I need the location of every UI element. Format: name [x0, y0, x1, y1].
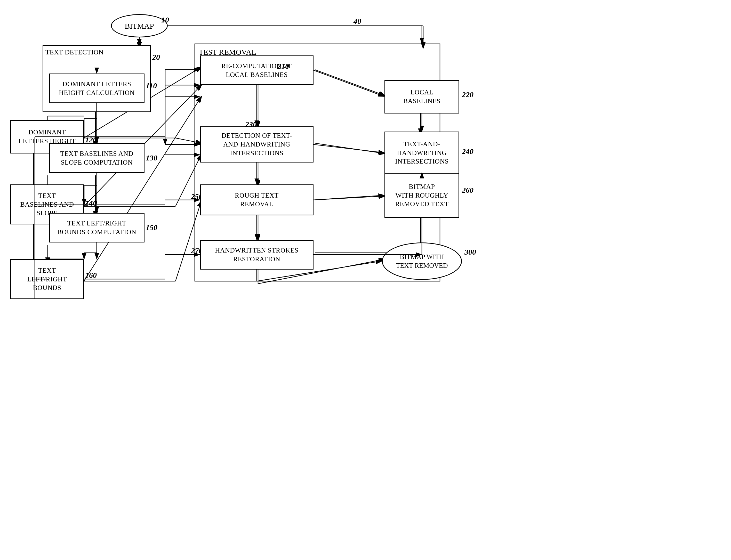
svg-line-75 — [313, 70, 384, 96]
label-150: 150 — [146, 223, 157, 232]
bitmap-top-node: BITMAP — [111, 14, 168, 37]
svg-line-77 — [313, 144, 384, 153]
label-260: 260 — [462, 186, 474, 194]
svg-line-26 — [175, 201, 201, 281]
label-110: 110 — [146, 81, 157, 90]
flowchart-diagram: BITMAP 10 TEXT DETECTION 20 DOMINANT LET… — [0, 0, 731, 560]
svg-line-30 — [315, 143, 385, 153]
text-bounds-box: TEXTLEFT/RIGHTBOUNDS — [10, 259, 84, 299]
label-120: 120 — [85, 135, 97, 144]
bitmap-text-removed-node: BITMAP WITHTEXT REMOVED — [382, 242, 462, 280]
detect-intersections-box: DETECTION OF TEXT-AND-HANDWRITINGINTERSE… — [200, 126, 313, 163]
svg-line-20 — [84, 97, 201, 281]
local-baselines-box: LOCALBASELINES — [385, 80, 459, 113]
handwritten-strokes-box: HANDWRITTEN STROKESRESTORATION — [200, 240, 313, 270]
text-handwriting-intersect-box: TEXT-AND-HANDWRITINGINTERSECTIONS — [385, 132, 459, 174]
label-140: 140 — [85, 199, 97, 207]
recompute-baselines-box: RE-COMPUTATION OFLOCAL BASELINES — [200, 55, 313, 85]
svg-line-28 — [315, 70, 385, 95]
svg-line-80 — [313, 195, 384, 200]
label-130: 130 — [146, 153, 157, 162]
label-240: 240 — [462, 147, 474, 156]
dominant-calc-box: DOMINANT LETTERSHEIGHT CALCULATION — [49, 74, 144, 103]
bitmap-roughly-removed-box: BITMAPWITH ROUGHLYREMOVED TEXT — [385, 173, 459, 218]
label-210: 210 — [277, 62, 289, 71]
label-220: 220 — [462, 90, 474, 99]
text-bounds-comp-box: TEXT LEFT/RIGHTBOUNDS COMPUTATION — [49, 213, 144, 242]
label-20: 20 — [152, 53, 160, 62]
label-10: 10 — [161, 15, 169, 24]
text-baselines-comp-box: TEXT BASELINES ANDSLOPE COMPUTATION — [49, 143, 144, 173]
label-300: 300 — [465, 248, 476, 256]
label-40: 40 — [353, 17, 361, 26]
rough-text-removal-box: ROUGH TEXTREMOVAL — [200, 184, 313, 215]
test-removal-label: TEST REMOVAL — [199, 48, 256, 56]
svg-line-33 — [315, 196, 385, 200]
label-160: 160 — [85, 271, 97, 280]
svg-line-22 — [175, 138, 201, 143]
